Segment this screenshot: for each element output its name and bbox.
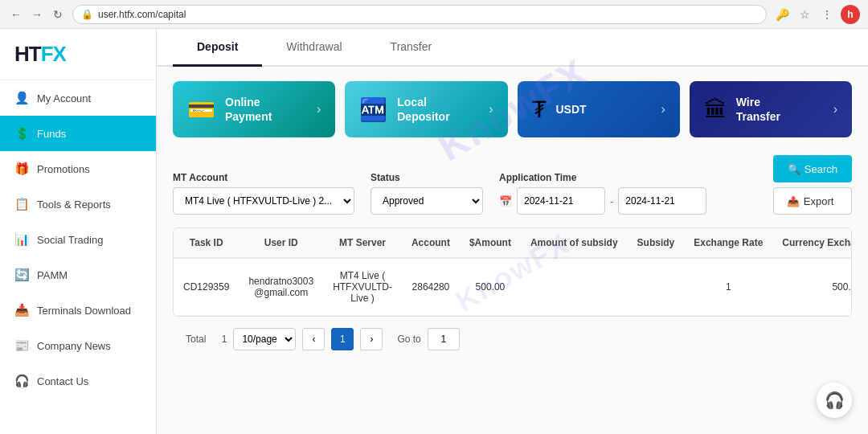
prev-page-button[interactable]: ‹ (302, 328, 325, 350)
export-icon: 📤 (787, 195, 800, 207)
filter-actions: 🔍 Search 📤 Export (773, 155, 852, 215)
logo: HTFX (0, 29, 156, 80)
app-container: HTFX 👤My Account💲Funds🎁Promotions📋Tools … (0, 29, 868, 434)
wire-transfer-label: WireTransfer (736, 95, 780, 124)
pamm-icon: 🔄 (14, 268, 29, 282)
refresh-button[interactable]: ↻ (50, 6, 66, 23)
total-count: 1 (222, 334, 227, 345)
local-depositor-arrow-icon: › (489, 102, 493, 117)
table-column-header: Amount of subsidy (521, 228, 628, 258)
table-column-header: Task ID (174, 228, 239, 258)
sidebar-item-funds[interactable]: 💲Funds (0, 116, 156, 151)
usdt-label: USDT (556, 102, 587, 117)
sidebar-item-promotions[interactable]: 🎁Promotions (0, 151, 156, 186)
sidebar-label-tools-reports: Tools & Reports (37, 199, 111, 211)
tab-withdrawal[interactable]: Withdrawal (262, 29, 366, 67)
lock-icon: 🔒 (81, 9, 93, 20)
app-time-filter: Application Time 📅 - (499, 172, 706, 215)
usdt-icon: ₮ (532, 96, 547, 123)
table-cell-col4: 500.00 (460, 258, 521, 316)
online-payment-label: OnlinePayment (225, 95, 272, 124)
status-filter: Status Approved (371, 172, 483, 215)
sidebar-item-terminals-download[interactable]: 📥Terminals Download (0, 293, 156, 328)
table-column-header: Subsidy (628, 228, 685, 258)
local-depositor-icon: 🏧 (359, 96, 387, 123)
mt-account-label: MT Account (173, 172, 354, 183)
date-separator: - (610, 195, 613, 207)
url-text: user.htfx.com/capital (98, 9, 186, 20)
wire-transfer-arrow-icon: › (833, 102, 837, 117)
contact-us-icon: 🎧 (14, 374, 29, 388)
sidebar-item-social-trading[interactable]: 📊Social Trading (0, 222, 156, 257)
bookmark-icon[interactable]: ☆ (796, 6, 813, 23)
sidebar: HTFX 👤My Account💲Funds🎁Promotions📋Tools … (0, 29, 157, 434)
tab-deposit[interactable]: Deposit (173, 29, 262, 67)
status-select[interactable]: Approved (371, 187, 483, 215)
date-from-input[interactable] (517, 187, 605, 215)
export-button[interactable]: 📤 Export (773, 187, 852, 215)
table-column-header: Currency Exchange Amount (772, 228, 852, 258)
payment-card-usdt[interactable]: ₮ USDT › (518, 81, 680, 137)
address-bar[interactable]: 🔒 user.htfx.com/capital (72, 5, 767, 24)
company-news-icon: 📰 (14, 338, 29, 353)
table-cell-col8: 500.00 (772, 258, 852, 316)
tab-transfer[interactable]: Transfer (366, 29, 457, 67)
sidebar-item-contact-us[interactable]: 🎧Contact Us (0, 363, 156, 399)
sidebar-label-pamm: PAMM (37, 269, 68, 281)
local-depositor-label: LocalDepositor (397, 95, 449, 124)
wire-transfer-icon: 🏛 (704, 96, 727, 123)
terminals-download-icon: 📥 (14, 303, 29, 317)
data-table-wrapper: KnowFX Task IDUser IDMT ServerAccount$Am… (173, 227, 852, 317)
status-label: Status (371, 172, 483, 183)
table-column-header: $Amount (460, 228, 521, 258)
search-button[interactable]: 🔍 Search (773, 155, 852, 182)
tools-reports-icon: 📋 (14, 197, 29, 211)
page-size-select[interactable]: 10/page (233, 328, 296, 350)
social-trading-icon: 📊 (14, 232, 29, 247)
mt-account-select[interactable]: MT4 Live ( HTFXVULTD-Live ) 2... (173, 187, 354, 215)
app-time-label: Application Time (499, 172, 706, 183)
sidebar-label-my-account: My Account (37, 92, 91, 104)
calendar-icon: 📅 (499, 195, 512, 207)
table-cell-col6 (628, 258, 685, 316)
goto-label: Go to (397, 334, 420, 345)
next-page-button[interactable]: › (360, 328, 383, 350)
main-content: DepositWithdrawalTransfer KnowFX 💳 Onlin… (157, 29, 868, 434)
table-column-header: User ID (239, 228, 323, 258)
back-button[interactable]: ← (8, 6, 24, 23)
user-avatar[interactable]: h (841, 5, 860, 24)
password-icon[interactable]: 🔑 (773, 6, 791, 23)
online-payment-arrow-icon: › (317, 102, 321, 117)
table-cell-col7: 1 (684, 258, 772, 316)
menu-icon[interactable]: ⋮ (818, 6, 836, 23)
sidebar-item-pamm[interactable]: 🔄PAMM (0, 257, 156, 293)
table-cell-col5 (521, 258, 628, 316)
payment-card-wire-transfer[interactable]: 🏛 WireTransfer › (690, 81, 852, 137)
forward-button[interactable]: → (29, 6, 45, 23)
date-to-input[interactable] (618, 187, 706, 215)
date-range: 📅 - (499, 187, 706, 215)
sidebar-item-my-account[interactable]: 👤My Account (0, 80, 156, 116)
sidebar-label-terminals-download: Terminals Download (37, 305, 131, 317)
sidebar-label-promotions: Promotions (37, 163, 90, 175)
mt-account-filter: MT Account MT4 Live ( HTFXVULTD-Live ) 2… (173, 172, 354, 215)
table-column-header: Exchange Rate (684, 228, 772, 258)
goto-input[interactable] (428, 328, 460, 350)
browser-bar: ← → ↻ 🔒 user.htfx.com/capital 🔑 ☆ ⋮ h (0, 0, 868, 29)
payment-card-online-payment[interactable]: 💳 OnlinePayment › (173, 81, 335, 137)
sidebar-item-company-news[interactable]: 📰Company News (0, 328, 156, 363)
promotions-icon: 🎁 (14, 162, 29, 176)
table-cell-col0: CD129359 (174, 258, 239, 316)
table-column-header: Account (402, 228, 460, 258)
table-cell-col1: hendratno3003 @gmail.com (239, 258, 323, 316)
browser-navigation: ← → ↻ (8, 6, 66, 23)
payment-card-local-depositor[interactable]: 🏧 LocalDepositor › (345, 81, 507, 137)
tabs-bar: DepositWithdrawalTransfer (157, 29, 868, 67)
online-payment-icon: 💳 (187, 96, 215, 123)
page-1-button[interactable]: 1 (331, 328, 354, 350)
table-row: CD129359hendratno3003 @gmail.comMT4 Live… (174, 258, 852, 316)
my-account-icon: 👤 (14, 91, 29, 105)
browser-icons: 🔑 ☆ ⋮ h (773, 5, 860, 24)
sidebar-item-tools-reports[interactable]: 📋Tools & Reports (0, 186, 156, 222)
support-fab[interactable]: 🎧 (817, 383, 852, 418)
